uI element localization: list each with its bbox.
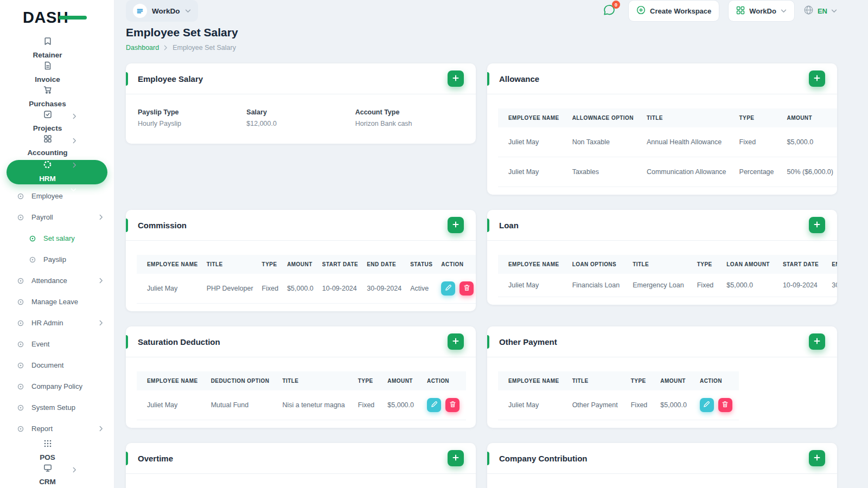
sidebar-item-hrm[interactable]: HRM (7, 160, 107, 184)
add-commission-button[interactable] (448, 217, 464, 233)
add-company-contribution-button[interactable] (809, 450, 825, 466)
bullet-icon (27, 256, 38, 263)
column-header: TYPE (352, 371, 381, 390)
crm-icon (42, 464, 53, 472)
add-saturation-deduction-button[interactable] (448, 333, 464, 350)
sidebar-item-purchases[interactable]: Purchases (7, 86, 107, 110)
workspace-selector[interactable]: WorkDo (126, 0, 198, 22)
column-header: DEDUCTION OPTION (205, 371, 276, 390)
sidebar-item-hr-admin[interactable]: HR Admin (7, 312, 107, 333)
card-title: Other Payment (499, 337, 557, 346)
accounting-icon (42, 134, 53, 143)
retainer-icon (42, 37, 53, 46)
sidebar-item-label: Set salary (43, 234, 75, 242)
delete-button[interactable] (459, 281, 474, 296)
sidebar-item-employee[interactable]: Employee (7, 185, 107, 207)
apps-grid-icon (736, 6, 745, 16)
chevron-right-icon (99, 426, 103, 432)
edit-icon (431, 401, 438, 409)
sidebar-item-event[interactable]: Event (7, 333, 107, 355)
sidebar-item-label: Retainer (33, 51, 62, 59)
app-logo[interactable]: DASH (7, 0, 107, 35)
pos-icon (42, 439, 53, 448)
data-table: EMPLOYEE NAMELOAN OPTIONSTITLETYPELOAN A… (498, 255, 837, 297)
table-cell: $5,000.0 (720, 274, 776, 297)
card-allowance: Allowance EMPLOYEE NAMEALLOWNACE OPTIONT… (487, 63, 837, 195)
sidebar-item-accounting[interactable]: Accounting (7, 134, 107, 159)
row-actions (437, 274, 476, 304)
chevron-down-icon (185, 9, 191, 13)
card-header: Overtime (126, 443, 476, 474)
chevron-right-icon (99, 214, 103, 220)
table-header-row: EMPLOYEE NAMEDEDUCTION OPTIONTITLETYPEAM… (137, 371, 466, 390)
bullet-icon (15, 278, 26, 284)
edit-button[interactable] (441, 281, 455, 296)
card-title: Commission (138, 221, 187, 230)
sidebar-item-label: HRM (39, 175, 56, 183)
card-header: Company Contribution (487, 443, 837, 474)
bullet-icon (15, 320, 26, 326)
field-value: Hourly Payslip (138, 120, 246, 127)
sidebar-item-document[interactable]: Document (7, 355, 107, 376)
sidebar-item-label: Payslip (43, 255, 66, 264)
table-cell: Percentage (733, 157, 781, 187)
card-header: Loan (487, 210, 837, 241)
sidebar-item-company-policy[interactable]: Company Policy (7, 376, 107, 397)
sidebar-item-report[interactable]: Report (7, 418, 107, 439)
add-other-payment-button[interactable] (809, 333, 825, 350)
page-header: Employee Set Salary Dashboard Employee S… (126, 26, 837, 52)
table-cell: Juliet May (498, 390, 566, 420)
table-cell: Nisi a tenetur magna (276, 390, 351, 420)
detail-field: Salary$12,000.0 (246, 108, 355, 127)
column-header: TYPE (258, 255, 283, 274)
table-cell: $5,000.0 (781, 127, 838, 157)
create-workspace-button[interactable]: Create Workspace (628, 0, 719, 22)
detail-field: Payslip TypeHourly Payslip (138, 108, 246, 127)
card-title: Saturation Deduction (138, 337, 220, 346)
table-cell: $5,000.0 (654, 390, 693, 420)
sidebar-item-attendance[interactable]: Attendance (7, 270, 107, 291)
table-cell: Financials Loan (566, 274, 627, 297)
bullet-icon (15, 362, 26, 369)
sidebar-item-retainer[interactable]: Retainer (7, 37, 107, 61)
edit-button[interactable] (427, 398, 441, 412)
sidebar-item-set-salary[interactable]: Set salary (7, 228, 107, 249)
column-header: LOAN AMOUNT (720, 255, 776, 274)
plus-icon (452, 221, 459, 229)
add-allowance-button[interactable] (809, 70, 825, 87)
sidebar-item-payroll[interactable]: Payroll (7, 207, 107, 228)
sidebar-item-manage-leave[interactable]: Manage Leave (7, 291, 107, 312)
add-employee-salary-button[interactable] (448, 70, 464, 87)
sidebar-item-projects[interactable]: Projects (7, 110, 107, 134)
language-label: EN (818, 7, 827, 15)
sidebar-item-invoice[interactable]: Invoice (7, 61, 107, 86)
loan-table: EMPLOYEE NAMELOAN OPTIONSTITLETYPELOAN A… (487, 241, 837, 305)
workdo-menu-button[interactable]: WorkDo (728, 0, 795, 22)
chevron-right-icon (73, 162, 76, 168)
table-header-row: EMPLOYEE NAMELOAN OPTIONSTITLETYPELOAN A… (498, 255, 837, 274)
table-cell: 30-09-2024 (362, 274, 406, 304)
table-row: Juliet MayFinancials LoanEmergency LoanF… (498, 274, 837, 297)
plus-icon (814, 75, 820, 83)
breadcrumb-dashboard-link[interactable]: Dashboard (126, 44, 159, 52)
edit-icon (703, 401, 710, 409)
sidebar-item-label: Employee (31, 192, 63, 200)
edit-button[interactable] (700, 398, 714, 412)
messages-button[interactable]: 0 (599, 0, 620, 22)
sidebar-item-crm[interactable]: CRM (7, 464, 107, 488)
card-overtime: Overtime (126, 443, 476, 488)
delete-button[interactable] (445, 398, 459, 412)
messages-badge: 0 (612, 1, 620, 9)
card-header: Employee Salary (126, 63, 476, 94)
sidebar-item-pos[interactable]: POS (7, 439, 107, 464)
chevron-right-icon (73, 467, 76, 473)
delete-button[interactable] (718, 398, 732, 412)
language-selector[interactable]: EN (803, 5, 837, 17)
table-cell: $5,000.0 (381, 390, 420, 420)
sidebar-item-system-setup[interactable]: System Setup (7, 397, 107, 418)
table-cell: PHP Developer (202, 274, 258, 304)
add-loan-button[interactable] (809, 217, 825, 233)
add-overtime-button[interactable] (448, 450, 464, 466)
sidebar-item-payslip[interactable]: Payslip (7, 249, 107, 270)
allowance-table: EMPLOYEE NAMEALLOWNACE OPTIONTITLETYPEAM… (487, 94, 837, 195)
